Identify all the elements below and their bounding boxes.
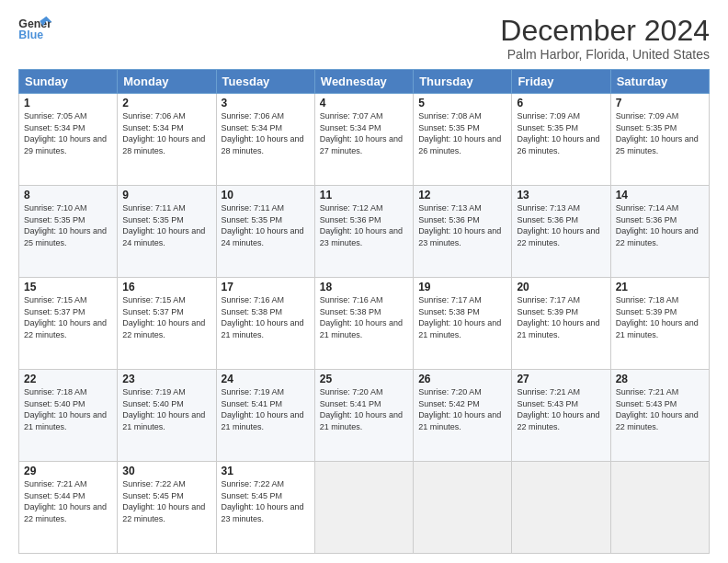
weekday-header-monday: Monday [118,70,216,94]
calendar-week-4: 22Sunrise: 7:18 AMSunset: 5:40 PMDayligh… [19,370,710,462]
calendar-cell: 23Sunrise: 7:19 AMSunset: 5:40 PMDayligh… [118,370,216,462]
calendar-cell: 26Sunrise: 7:20 AMSunset: 5:42 PMDayligh… [414,370,512,462]
calendar-week-3: 15Sunrise: 7:15 AMSunset: 5:37 PMDayligh… [19,278,710,370]
day-info: Sunrise: 7:21 AMSunset: 5:43 PMDaylight:… [616,387,699,431]
day-number: 11 [320,189,408,201]
day-info: Sunrise: 7:13 AMSunset: 5:36 PMDaylight:… [517,203,599,247]
day-info: Sunrise: 7:06 AMSunset: 5:34 PMDaylight:… [122,111,205,155]
calendar-cell [512,462,610,554]
calendar-week-2: 8Sunrise: 7:10 AMSunset: 5:35 PMDaylight… [19,186,710,278]
calendar-cell [314,462,413,554]
day-number: 22 [24,373,112,385]
day-info: Sunrise: 7:22 AMSunset: 5:45 PMDaylight:… [122,479,205,523]
weekday-header-tuesday: Tuesday [216,70,314,94]
calendar-cell: 21Sunrise: 7:18 AMSunset: 5:39 PMDayligh… [610,278,709,370]
calendar-cell: 28Sunrise: 7:21 AMSunset: 5:43 PMDayligh… [610,370,709,462]
calendar-cell: 22Sunrise: 7:18 AMSunset: 5:40 PMDayligh… [19,370,118,462]
calendar-cell: 20Sunrise: 7:17 AMSunset: 5:39 PMDayligh… [512,278,610,370]
day-info: Sunrise: 7:14 AMSunset: 5:36 PMDaylight:… [616,203,699,247]
calendar-cell [610,462,709,554]
day-number: 17 [222,281,310,293]
day-number: 15 [24,281,112,293]
day-info: Sunrise: 7:21 AMSunset: 5:43 PMDaylight:… [517,387,599,431]
calendar-cell: 29Sunrise: 7:21 AMSunset: 5:44 PMDayligh… [19,462,118,554]
day-number: 28 [616,373,704,385]
calendar-cell: 11Sunrise: 7:12 AMSunset: 5:36 PMDayligh… [314,186,413,278]
day-info: Sunrise: 7:09 AMSunset: 5:35 PMDaylight:… [616,111,699,155]
day-info: Sunrise: 7:10 AMSunset: 5:35 PMDaylight:… [24,203,107,247]
day-number: 27 [517,373,605,385]
day-info: Sunrise: 7:07 AMSunset: 5:34 PMDaylight:… [320,111,403,155]
day-info: Sunrise: 7:11 AMSunset: 5:35 PMDaylight:… [122,203,205,247]
title-block: December 2024 Palm Harbor, Florida, Unit… [500,15,710,62]
calendar-cell: 31Sunrise: 7:22 AMSunset: 5:45 PMDayligh… [216,462,314,554]
day-number: 18 [320,281,408,293]
day-info: Sunrise: 7:18 AMSunset: 5:39 PMDaylight:… [616,295,699,339]
day-number: 12 [418,189,506,201]
calendar-cell: 12Sunrise: 7:13 AMSunset: 5:36 PMDayligh… [414,186,512,278]
calendar-cell: 9Sunrise: 7:11 AMSunset: 5:35 PMDaylight… [118,186,216,278]
calendar-cell: 16Sunrise: 7:15 AMSunset: 5:37 PMDayligh… [118,278,216,370]
day-info: Sunrise: 7:05 AMSunset: 5:34 PMDaylight:… [24,111,107,155]
day-info: Sunrise: 7:16 AMSunset: 5:38 PMDaylight:… [320,295,403,339]
day-info: Sunrise: 7:20 AMSunset: 5:42 PMDaylight:… [418,387,501,431]
weekday-header-wednesday: Wednesday [314,70,413,94]
day-info: Sunrise: 7:12 AMSunset: 5:36 PMDaylight:… [320,203,403,247]
calendar-cell: 15Sunrise: 7:15 AMSunset: 5:37 PMDayligh… [19,278,118,370]
day-number: 30 [122,465,210,477]
day-number: 26 [418,373,506,385]
day-number: 23 [122,373,210,385]
day-number: 7 [616,97,704,109]
day-info: Sunrise: 7:19 AMSunset: 5:41 PMDaylight:… [222,387,304,431]
calendar-week-1: 1Sunrise: 7:05 AMSunset: 5:34 PMDaylight… [19,94,710,186]
calendar-cell: 7Sunrise: 7:09 AMSunset: 5:35 PMDaylight… [610,94,709,186]
day-info: Sunrise: 7:09 AMSunset: 5:35 PMDaylight:… [517,111,599,155]
calendar-table: SundayMondayTuesdayWednesdayThursdayFrid… [18,69,710,554]
calendar-cell: 27Sunrise: 7:21 AMSunset: 5:43 PMDayligh… [512,370,610,462]
calendar-cell [414,462,512,554]
calendar-cell: 6Sunrise: 7:09 AMSunset: 5:35 PMDaylight… [512,94,610,186]
day-number: 3 [222,97,310,109]
calendar-cell: 5Sunrise: 7:08 AMSunset: 5:35 PMDaylight… [414,94,512,186]
weekday-header-thursday: Thursday [414,70,512,94]
day-number: 21 [616,281,704,293]
day-number: 8 [24,189,112,201]
calendar-cell: 3Sunrise: 7:06 AMSunset: 5:34 PMDaylight… [216,94,314,186]
day-number: 9 [122,189,210,201]
calendar-cell: 30Sunrise: 7:22 AMSunset: 5:45 PMDayligh… [118,462,216,554]
day-number: 10 [222,189,310,201]
calendar-cell: 2Sunrise: 7:06 AMSunset: 5:34 PMDaylight… [118,94,216,186]
day-info: Sunrise: 7:11 AMSunset: 5:35 PMDaylight:… [222,203,304,247]
svg-text:Blue: Blue [18,29,43,41]
calendar-cell: 18Sunrise: 7:16 AMSunset: 5:38 PMDayligh… [314,278,413,370]
day-number: 1 [24,97,112,109]
day-number: 20 [517,281,605,293]
calendar-week-5: 29Sunrise: 7:21 AMSunset: 5:44 PMDayligh… [19,462,710,554]
weekday-header-sunday: Sunday [19,70,118,94]
calendar-cell: 24Sunrise: 7:19 AMSunset: 5:41 PMDayligh… [216,370,314,462]
calendar-cell: 10Sunrise: 7:11 AMSunset: 5:35 PMDayligh… [216,186,314,278]
calendar-cell: 25Sunrise: 7:20 AMSunset: 5:41 PMDayligh… [314,370,413,462]
day-info: Sunrise: 7:17 AMSunset: 5:38 PMDaylight:… [418,295,501,339]
day-info: Sunrise: 7:15 AMSunset: 5:37 PMDaylight:… [24,295,107,339]
calendar-cell: 1Sunrise: 7:05 AMSunset: 5:34 PMDaylight… [19,94,118,186]
day-number: 31 [222,465,310,477]
calendar-cell: 8Sunrise: 7:10 AMSunset: 5:35 PMDaylight… [19,186,118,278]
location: Palm Harbor, Florida, United States [500,47,710,62]
day-number: 6 [517,97,605,109]
day-info: Sunrise: 7:16 AMSunset: 5:38 PMDaylight:… [222,295,304,339]
calendar-cell: 14Sunrise: 7:14 AMSunset: 5:36 PMDayligh… [610,186,709,278]
weekday-header-friday: Friday [512,70,610,94]
day-number: 5 [418,97,506,109]
calendar-cell: 19Sunrise: 7:17 AMSunset: 5:38 PMDayligh… [414,278,512,370]
day-info: Sunrise: 7:20 AMSunset: 5:41 PMDaylight:… [320,387,403,431]
day-number: 16 [122,281,210,293]
day-info: Sunrise: 7:13 AMSunset: 5:36 PMDaylight:… [418,203,501,247]
day-number: 4 [320,97,408,109]
day-info: Sunrise: 7:15 AMSunset: 5:37 PMDaylight:… [122,295,205,339]
day-number: 25 [320,373,408,385]
day-number: 29 [24,465,112,477]
day-info: Sunrise: 7:22 AMSunset: 5:45 PMDaylight:… [222,479,304,523]
day-info: Sunrise: 7:06 AMSunset: 5:34 PMDaylight:… [222,111,304,155]
weekday-header-saturday: Saturday [610,70,709,94]
